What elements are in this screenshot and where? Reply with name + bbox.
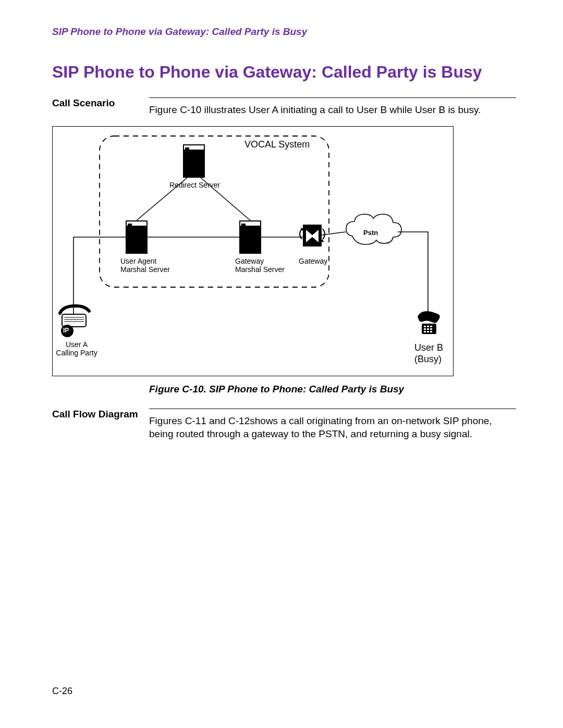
- running-header: SIP Phone to Phone via Gateway: Called P…: [52, 26, 516, 38]
- svg-rect-33: [427, 328, 429, 330]
- call-scenario-text: Figure C-10 illustrates User A initiatin…: [149, 97, 516, 117]
- call-flow-text: Figures C-11 and C-12shows a call origin…: [149, 409, 516, 441]
- redirect-server-icon: [183, 144, 205, 178]
- call-scenario-row: Call Scenario Figure C-10 illustrates Us…: [52, 97, 516, 117]
- svg-rect-10: [239, 236, 261, 254]
- gw-marshal-label-2: Marshal Server: [235, 265, 285, 274]
- svg-rect-32: [424, 328, 426, 330]
- svg-rect-37: [430, 331, 432, 332]
- ua-marshal-label-1: User Agent: [120, 257, 156, 266]
- svg-rect-29: [424, 326, 426, 327]
- svg-rect-6: [126, 236, 148, 254]
- call-flow-label: Call Flow Diagram: [52, 409, 149, 420]
- user-b-label-1: User B: [414, 342, 443, 354]
- diagram-svg: [53, 127, 454, 377]
- svg-rect-36: [427, 331, 429, 332]
- svg-rect-12: [241, 224, 246, 226]
- svg-rect-2: [183, 160, 205, 178]
- ua-marshal-label-2: Marshal Server: [120, 265, 170, 274]
- page-number: C-26: [52, 686, 72, 697]
- svg-rect-30: [427, 326, 429, 327]
- vocal-system-label: VOCAL System: [244, 139, 310, 151]
- call-scenario-label: Call Scenario: [52, 97, 149, 109]
- figure-wrap: VOCAL System Redirect Server User Agent …: [52, 126, 516, 376]
- redirect-server-label: Redirect Server: [169, 181, 220, 190]
- svg-rect-35: [424, 331, 426, 332]
- gw-marshal-label-1: Gateway: [235, 257, 264, 266]
- svg-rect-23: [62, 314, 86, 327]
- ip-badge: IP: [63, 327, 69, 334]
- ua-marshal-icon: [126, 220, 148, 254]
- svg-rect-34: [430, 328, 432, 330]
- pstn-label: Pstn: [363, 229, 378, 237]
- svg-rect-31: [430, 326, 432, 327]
- user-a-label-2: Calling Party: [51, 349, 103, 357]
- gateway-device-icon: [300, 225, 325, 246]
- user-b-label-2: (Busy): [414, 354, 442, 365]
- call-flow-row: Call Flow Diagram Figures C-11 and C-12s…: [52, 409, 516, 441]
- section-title: SIP Phone to Phone via Gateway: Called P…: [52, 63, 516, 82]
- svg-rect-4: [185, 147, 189, 150]
- gateway-marshal-icon: [239, 220, 261, 254]
- figure-diagram: VOCAL System Redirect Server User Agent …: [52, 126, 454, 376]
- figure-caption: Figure C-10. SIP Phone to Phone: Called …: [149, 384, 516, 395]
- gateway-label: Gateway: [299, 257, 327, 266]
- user-a-label-1: User A: [56, 340, 97, 349]
- svg-rect-8: [128, 224, 132, 226]
- desk-phone-icon: [418, 311, 440, 334]
- page: SIP Phone to Phone via Gateway: Called P…: [0, 0, 563, 728]
